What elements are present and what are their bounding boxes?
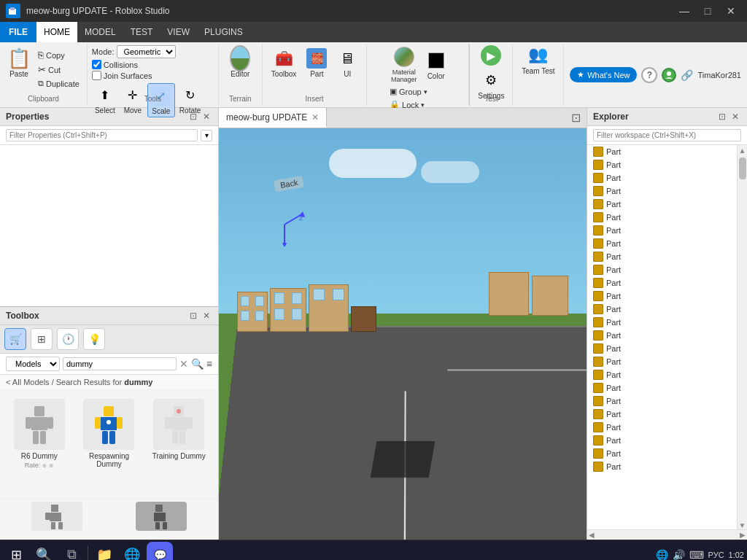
explorer-scrollbar[interactable]: ▲ ▼: [737, 145, 747, 529]
roblox-studio-icon: [6, 4, 20, 18]
start-button[interactable]: ⊞: [3, 542, 29, 561]
toolbox-tab-recent[interactable]: 🕐: [57, 328, 79, 350]
copy-button[interactable]: ⎘ Copy: [35, 48, 82, 62]
ui-button[interactable]: 🖥 UI: [333, 45, 362, 81]
browser-button[interactable]: 🌐: [119, 542, 145, 561]
explorer-item-15[interactable]: Part: [587, 329, 737, 342]
toolbox-item-training[interactable]: Training Dummy: [145, 396, 212, 492]
model-menu-item[interactable]: MODEL: [77, 22, 123, 42]
explorer-item-21[interactable]: Part: [587, 408, 737, 421]
explorer-item-17[interactable]: Part: [587, 355, 737, 368]
menu-left: FILE HOME MODEL TEST VIEW PLUGINS: [0, 22, 250, 42]
toolbox-popout-button[interactable]: ⊡: [187, 310, 199, 322]
color-button[interactable]: Color: [423, 49, 449, 82]
explorer-item-19[interactable]: Part: [587, 381, 737, 394]
explorer-hscrollbar[interactable]: ◀ ▶: [587, 529, 747, 540]
toolbox-item-respawning[interactable]: Respawning Dummy: [76, 396, 143, 492]
window10: [333, 289, 344, 300]
duplicate-button[interactable]: ⧉ Duplicate: [35, 77, 82, 90]
explorer-item-24[interactable]: Part: [587, 447, 737, 460]
toolbox-filter-button[interactable]: ≡: [206, 358, 212, 370]
explorer-item-10[interactable]: Part: [587, 263, 737, 276]
hscroll-left[interactable]: ◀: [587, 531, 596, 539]
file-explorer-button[interactable]: 📁: [91, 542, 117, 561]
toolbox-category-select[interactable]: Models: [6, 357, 60, 371]
scroll-down-arrow[interactable]: ▼: [739, 521, 746, 529]
explorer-item-14[interactable]: Part: [587, 316, 737, 329]
explorer-item-1[interactable]: Part: [587, 145, 737, 158]
part-button[interactable]: 🧱 Part: [302, 45, 331, 81]
maximize-viewport-button[interactable]: ⊡: [565, 108, 587, 128]
viewport-canvas[interactable]: Back Z: [219, 128, 587, 540]
minimize-button[interactable]: —: [674, 4, 694, 18]
properties-search-input[interactable]: [6, 129, 198, 141]
collisions-checkbox[interactable]: [92, 60, 101, 69]
paste-button[interactable]: 📋 Paste: [4, 45, 34, 81]
toolbox-tab-grid[interactable]: ⊞: [31, 328, 53, 350]
scroll-thumb[interactable]: [739, 158, 746, 179]
mode-select[interactable]: Geometric: [117, 45, 176, 58]
search-taskbar-button[interactable]: 🔍: [31, 542, 57, 561]
play-button[interactable]: ▶: [481, 45, 501, 66]
explorer-item-3[interactable]: Part: [587, 171, 737, 184]
close-button[interactable]: ✕: [721, 4, 741, 18]
whats-new-button[interactable]: ★ What's New: [570, 67, 637, 82]
explorer-item-20[interactable]: Part: [587, 394, 737, 408]
taskview-button[interactable]: ⧉: [58, 542, 85, 561]
home-menu-item[interactable]: HOME: [36, 22, 77, 42]
explorer-close-button[interactable]: ✕: [729, 111, 741, 122]
join-surfaces-label: Join Surfaces: [104, 71, 152, 80]
toolbox-search-button[interactable]: 🔍: [191, 358, 204, 370]
explorer-item-25[interactable]: Part: [587, 460, 737, 473]
viewport-tab-main[interactable]: meow-burg UPDATE ✕: [219, 108, 327, 128]
explorer-item-7[interactable]: Part: [587, 224, 737, 237]
toolbox-tab-my[interactable]: 💡: [83, 328, 105, 350]
toolbox-close-button[interactable]: ✕: [201, 310, 212, 322]
part-cube-icon-8: [593, 238, 603, 249]
editor-button[interactable]: Editor: [225, 45, 255, 81]
discord-button[interactable]: 💬: [147, 542, 173, 561]
viewport-tab-close[interactable]: ✕: [311, 112, 319, 122]
toolbox-item-4[interactable]: [6, 499, 108, 534]
toolbox-search-input[interactable]: [63, 357, 177, 370]
explorer-item-8[interactable]: Part: [587, 237, 737, 250]
explorer-item-6[interactable]: Part: [587, 211, 737, 224]
maximize-button[interactable]: □: [697, 4, 718, 18]
explorer-item-12[interactable]: Part: [587, 289, 737, 303]
explorer-item-16[interactable]: Part: [587, 342, 737, 355]
explorer-item-11[interactable]: Part: [587, 276, 737, 289]
material-manager-button[interactable]: MaterialManager: [387, 45, 422, 85]
file-menu-button[interactable]: FILE: [0, 22, 36, 42]
explorer-search-input[interactable]: [593, 129, 741, 141]
toolbox-item-5[interactable]: [111, 499, 213, 534]
explorer-item-5[interactable]: Part: [587, 198, 737, 211]
explorer-item-18[interactable]: Part: [587, 368, 737, 381]
item5-thumbnail: [136, 502, 187, 531]
toolbox-search-clear-button[interactable]: ✕: [179, 358, 188, 370]
toolbox-item-r6dummy[interactable]: R6 Dummy Rate: ● ●: [6, 396, 73, 492]
filter-dropdown-button[interactable]: ▾: [201, 130, 212, 141]
explorer-popout-button[interactable]: ⊡: [716, 111, 728, 122]
test-menu-item[interactable]: TEST: [123, 22, 160, 42]
explorer-item-2[interactable]: Part: [587, 158, 737, 171]
team-test-group: 👥 Team Test: [513, 44, 564, 106]
explorer-item-13[interactable]: Part: [587, 303, 737, 316]
explorer-item-22[interactable]: Part: [587, 421, 737, 434]
view-menu-item[interactable]: VIEW: [160, 22, 197, 42]
plugins-menu-item[interactable]: PLUGINS: [197, 22, 250, 42]
hscroll-right[interactable]: ▶: [738, 531, 747, 539]
explorer-item-9[interactable]: Part: [587, 250, 737, 263]
explorer-item-4[interactable]: Part: [587, 184, 737, 198]
join-surfaces-checkbox[interactable]: [92, 71, 101, 80]
part-cube-icon-16: [593, 343, 603, 354]
cut-button[interactable]: ✂ Cut: [35, 63, 82, 77]
help-button[interactable]: ?: [641, 67, 657, 83]
group-button[interactable]: ▣ Group ▾: [387, 85, 430, 98]
scroll-up-arrow[interactable]: ▲: [739, 147, 746, 155]
svg-rect-30: [155, 522, 160, 529]
explorer-item-23[interactable]: Part: [587, 434, 737, 447]
toolbox-tab-marketplace[interactable]: 🛒: [4, 328, 26, 350]
explorer-controls: ⊡ ✕: [716, 111, 741, 122]
toolbox-insert-button[interactable]: 🧰 Toolbox: [267, 45, 301, 81]
properties-section: Properties ⊡ ✕ ▾: [0, 108, 218, 306]
